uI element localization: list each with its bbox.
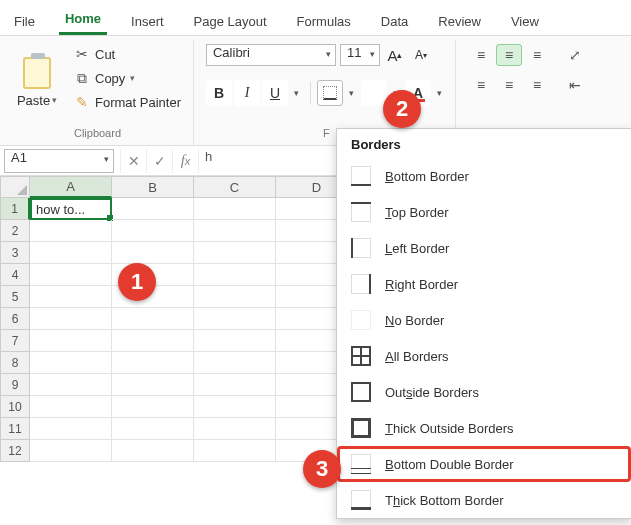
increase-font-button[interactable]: A▴ (384, 44, 406, 66)
cell-B3[interactable] (112, 242, 194, 264)
tab-home[interactable]: Home (59, 7, 107, 35)
tab-data[interactable]: Data (375, 10, 414, 35)
cell-C3[interactable] (194, 242, 276, 264)
cell-C1[interactable] (194, 198, 276, 220)
group-clipboard: Paste▾ ✂Cut ⧉Copy▾ ✎Format Painter Clipb… (8, 40, 194, 145)
cell-A1[interactable]: how to... (30, 198, 112, 220)
menu-item-left-border[interactable]: Left Border (337, 230, 631, 266)
tab-insert[interactable]: Insert (125, 10, 170, 35)
underline-button[interactable]: U (262, 80, 288, 106)
cell-C4[interactable] (194, 264, 276, 286)
row-header-4[interactable]: 4 (0, 264, 30, 286)
cut-button[interactable]: ✂Cut (70, 44, 185, 64)
align-center-button[interactable]: ≡ (496, 74, 522, 96)
cell-B7[interactable] (112, 330, 194, 352)
row-header-2[interactable]: 2 (0, 220, 30, 242)
col-header-B[interactable]: B (112, 176, 194, 198)
cell-A10[interactable] (30, 396, 112, 418)
cell-B1[interactable] (112, 198, 194, 220)
font-name-select[interactable]: Calibri▾ (206, 44, 336, 66)
cell-A3[interactable] (30, 242, 112, 264)
menu-item-label: All Borders (385, 349, 449, 364)
cell-C2[interactable] (194, 220, 276, 242)
cell-B8[interactable] (112, 352, 194, 374)
row-header-3[interactable]: 3 (0, 242, 30, 264)
cell-B9[interactable] (112, 374, 194, 396)
align-right-button[interactable]: ≡ (524, 74, 550, 96)
font-color-split[interactable]: ▾ (433, 80, 447, 106)
cancel-edit-button[interactable]: ✕ (121, 149, 147, 173)
format-painter-button[interactable]: ✎Format Painter (70, 92, 185, 112)
align-top-button[interactable]: ≡ (468, 44, 494, 66)
tab-page-layout[interactable]: Page Layout (188, 10, 273, 35)
cell-C11[interactable] (194, 418, 276, 440)
cell-A11[interactable] (30, 418, 112, 440)
cell-C5[interactable] (194, 286, 276, 308)
italic-button[interactable]: I (234, 80, 260, 106)
menu-item-outside-borders[interactable]: Outside Borders (337, 374, 631, 410)
tab-file[interactable]: File (8, 10, 41, 35)
cell-A6[interactable] (30, 308, 112, 330)
menu-item-no-border[interactable]: No Border (337, 302, 631, 338)
cell-C6[interactable] (194, 308, 276, 330)
cell-C7[interactable] (194, 330, 276, 352)
row-header-9[interactable]: 9 (0, 374, 30, 396)
cell-C9[interactable] (194, 374, 276, 396)
cell-A9[interactable] (30, 374, 112, 396)
row-header-6[interactable]: 6 (0, 308, 30, 330)
confirm-edit-button[interactable]: ✓ (147, 149, 173, 173)
decrease-indent-button[interactable]: ⇤ (562, 74, 588, 96)
ribbon-tabs: File Home Insert Page Layout Formulas Da… (0, 0, 631, 36)
insert-function-button[interactable]: fx (173, 149, 199, 173)
underline-split[interactable]: ▾ (290, 80, 304, 106)
row-header-7[interactable]: 7 (0, 330, 30, 352)
cell-A5[interactable] (30, 286, 112, 308)
name-box[interactable]: A1▾ (4, 149, 114, 173)
decrease-font-button[interactable]: A▾ (410, 44, 432, 66)
row-header-5[interactable]: 5 (0, 286, 30, 308)
menu-item-all-borders[interactable]: All Borders (337, 338, 631, 374)
menu-item-thick-outside-borders[interactable]: Thick Outside Borders (337, 410, 631, 446)
row-header-10[interactable]: 10 (0, 396, 30, 418)
menu-item-bottom-border[interactable]: Bottom Border (337, 158, 631, 194)
cell-B11[interactable] (112, 418, 194, 440)
font-size-select[interactable]: 11▾ (340, 44, 380, 66)
col-header-C[interactable]: C (194, 176, 276, 198)
cell-B6[interactable] (112, 308, 194, 330)
borders-split[interactable]: ▾ (345, 80, 359, 106)
tab-review[interactable]: Review (432, 10, 487, 35)
cell-C10[interactable] (194, 396, 276, 418)
align-bottom-button[interactable]: ≡ (524, 44, 550, 66)
row-header-12[interactable]: 12 (0, 440, 30, 462)
menu-item-right-border[interactable]: Right Border (337, 266, 631, 302)
menu-item-thick-bottom-border[interactable]: Thick Bottom Border (337, 482, 631, 518)
menu-item-bottom-double-border[interactable]: Bottom Double Border (337, 446, 631, 482)
bold-button[interactable]: B (206, 80, 232, 106)
cell-A4[interactable] (30, 264, 112, 286)
tab-view[interactable]: View (505, 10, 545, 35)
cell-B10[interactable] (112, 396, 194, 418)
copy-button[interactable]: ⧉Copy▾ (70, 68, 185, 88)
cell-B2[interactable] (112, 220, 194, 242)
cell-A12[interactable] (30, 440, 112, 462)
align-left-button[interactable]: ≡ (468, 74, 494, 96)
cell-C12[interactable] (194, 440, 276, 462)
row-header-11[interactable]: 11 (0, 418, 30, 440)
cell-A8[interactable] (30, 352, 112, 374)
menu-item-top-border[interactable]: Top Border (337, 194, 631, 230)
border-icon (351, 238, 371, 258)
row-header-8[interactable]: 8 (0, 352, 30, 374)
align-middle-button[interactable]: ≡ (496, 44, 522, 66)
borders-button[interactable] (317, 80, 343, 106)
row-header-1[interactable]: 1 (0, 198, 30, 220)
cell-A2[interactable] (30, 220, 112, 242)
paste-button[interactable]: Paste▾ (10, 44, 64, 120)
select-all-corner[interactable] (0, 176, 30, 198)
cell-A7[interactable] (30, 330, 112, 352)
cell-B12[interactable] (112, 440, 194, 462)
cell-C8[interactable] (194, 352, 276, 374)
orientation-button[interactable]: ⤢ (562, 44, 588, 66)
col-header-A[interactable]: A (30, 176, 112, 198)
tab-formulas[interactable]: Formulas (291, 10, 357, 35)
chevron-down-icon: ▾ (130, 73, 135, 83)
